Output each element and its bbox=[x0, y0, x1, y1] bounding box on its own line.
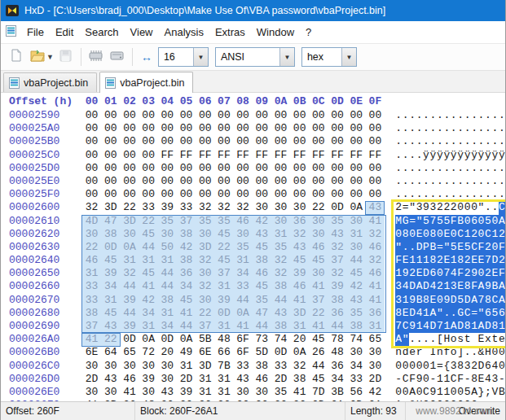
hex-byte[interactable]: 32 bbox=[290, 228, 309, 241]
hex-byte[interactable]: 78 bbox=[328, 333, 346, 346]
ascii-char[interactable]: . bbox=[477, 188, 484, 201]
hex-byte[interactable]: 0A bbox=[177, 333, 196, 346]
hex-byte[interactable]: 32 bbox=[366, 254, 385, 267]
ascii-char[interactable]: . bbox=[499, 188, 505, 201]
tab-vbaproject-1[interactable]: vbaProject.bin bbox=[3, 72, 97, 92]
hex-byte[interactable]: 30 bbox=[309, 267, 328, 280]
ascii-char[interactable]: = bbox=[437, 241, 443, 254]
hex-byte[interactable]: 22 bbox=[309, 201, 328, 214]
ascii-char[interactable]: ÿ bbox=[477, 149, 484, 162]
hex-byte[interactable]: 00 bbox=[309, 175, 328, 188]
ascii-char[interactable]: d bbox=[402, 346, 408, 359]
ascii-char[interactable]: 5 bbox=[464, 386, 470, 399]
ascii-char[interactable]: 0 bbox=[409, 360, 416, 373]
ascii-char[interactable]: . bbox=[402, 109, 408, 122]
open-ram-button[interactable] bbox=[86, 47, 106, 67]
hex-byte[interactable]: 45 bbox=[347, 267, 366, 280]
hex-byte[interactable]: 00 bbox=[82, 135, 101, 148]
hex-byte[interactable]: FF bbox=[158, 149, 177, 162]
hex-byte[interactable]: 46 bbox=[366, 267, 385, 280]
ascii-char[interactable]: D bbox=[429, 320, 436, 333]
ascii-char[interactable]: ÿ bbox=[423, 149, 429, 162]
hex-byte[interactable]: 42 bbox=[253, 215, 271, 228]
ascii-char[interactable]: 3 bbox=[451, 280, 457, 293]
ascii-char[interactable]: . bbox=[409, 122, 416, 135]
hex-byte[interactable]: 45 bbox=[309, 254, 328, 267]
ascii-char[interactable]: C bbox=[485, 228, 491, 241]
ascii-char[interactable]: 0 bbox=[499, 346, 505, 359]
hex-byte[interactable]: 00 bbox=[120, 122, 139, 135]
chevron-down-icon[interactable]: ▼ bbox=[193, 48, 208, 66]
hex-byte[interactable]: 00 bbox=[234, 175, 253, 188]
hex-byte[interactable]: 3D bbox=[290, 307, 309, 320]
hex-byte[interactable]: 5B bbox=[196, 333, 214, 346]
ascii-char[interactable]: C bbox=[451, 373, 457, 386]
ascii-char[interactable]: E bbox=[491, 267, 498, 280]
hex-byte[interactable]: 00 bbox=[271, 109, 290, 122]
ascii-char[interactable]: D bbox=[423, 280, 429, 293]
hex-byte[interactable]: 30 bbox=[120, 228, 139, 241]
ascii-char[interactable]: F bbox=[409, 373, 416, 386]
hex-byte[interactable]: 34 bbox=[158, 320, 177, 333]
hex-byte[interactable]: 30 bbox=[196, 294, 214, 307]
ascii-char[interactable]: 0 bbox=[457, 386, 464, 399]
ascii-char[interactable]: " bbox=[409, 201, 416, 214]
ascii-char[interactable]: ÿ bbox=[464, 149, 470, 162]
hex-byte[interactable]: 35 bbox=[234, 241, 253, 254]
ascii-char[interactable]: . bbox=[499, 175, 505, 188]
ascii-char[interactable]: E bbox=[429, 294, 436, 307]
ascii-char[interactable]: . bbox=[409, 175, 416, 188]
ascii-char[interactable]: 8 bbox=[485, 294, 491, 307]
hex-byte[interactable]: 00 bbox=[347, 109, 366, 122]
hex-byte[interactable]: 3D bbox=[101, 201, 120, 214]
ascii-char[interactable]: D bbox=[477, 360, 484, 373]
hex-byte[interactable]: 30 bbox=[82, 360, 101, 373]
ascii-char[interactable]: E bbox=[471, 254, 477, 267]
ascii-char[interactable]: 1 bbox=[443, 373, 450, 386]
ascii-char[interactable]: 8 bbox=[457, 360, 464, 373]
hex-byte[interactable]: 35 bbox=[158, 215, 177, 228]
hex-byte[interactable]: 20 bbox=[158, 346, 177, 359]
hex-byte[interactable]: FF bbox=[196, 149, 214, 162]
ascii-char[interactable]: E bbox=[402, 254, 408, 267]
ascii-char[interactable]: . bbox=[416, 149, 422, 162]
hex-byte[interactable]: 38 bbox=[271, 280, 290, 293]
ascii-char[interactable]: . bbox=[409, 149, 416, 162]
hex-byte[interactable]: 39 bbox=[120, 320, 139, 333]
ascii-char[interactable]: 0 bbox=[423, 228, 429, 241]
hex-byte[interactable]: 00 bbox=[328, 135, 346, 148]
hex-byte[interactable]: 00 bbox=[253, 162, 271, 175]
hex-byte[interactable]: 00 bbox=[120, 188, 139, 201]
hex-byte[interactable]: 30 bbox=[253, 201, 271, 214]
ascii-char[interactable]: 2 bbox=[499, 254, 505, 267]
ascii-char[interactable]: 2 bbox=[451, 201, 457, 214]
ascii-char[interactable]: . bbox=[477, 122, 484, 135]
hex-byte[interactable]: 30 bbox=[82, 386, 101, 399]
ascii-char[interactable]: B bbox=[457, 215, 464, 228]
ascii-char[interactable]: 8 bbox=[464, 320, 470, 333]
hex-byte[interactable]: 30 bbox=[139, 386, 158, 399]
ascii-char[interactable]: 3 bbox=[395, 280, 402, 293]
ascii-char[interactable]: . bbox=[402, 241, 408, 254]
ascii-char[interactable]: 6 bbox=[429, 267, 436, 280]
hex-byte[interactable]: 00 bbox=[366, 188, 385, 201]
ascii-char[interactable]: . bbox=[395, 135, 402, 148]
hex-byte[interactable]: 33 bbox=[234, 360, 253, 373]
hex-byte[interactable]: 32 bbox=[120, 267, 139, 280]
ascii-char[interactable]: E bbox=[416, 228, 422, 241]
hex-byte[interactable]: 00 bbox=[366, 162, 385, 175]
hex-byte[interactable]: 38 bbox=[101, 228, 120, 241]
hex-byte[interactable]: 47 bbox=[101, 215, 120, 228]
hex-byte[interactable]: 74 bbox=[347, 333, 366, 346]
ascii-char[interactable]: 0 bbox=[423, 373, 429, 386]
ascii-char[interactable]: 1 bbox=[429, 360, 436, 373]
ascii-char[interactable]: B bbox=[429, 241, 436, 254]
ascii-char[interactable]: 2 bbox=[471, 228, 477, 241]
ascii-char[interactable]: o bbox=[451, 333, 457, 346]
ascii-char[interactable]: E bbox=[443, 254, 450, 267]
hex-byte[interactable]: 32 bbox=[271, 254, 290, 267]
ascii-char[interactable]: 0 bbox=[395, 228, 402, 241]
hex-byte[interactable]: 00 bbox=[366, 175, 385, 188]
hex-byte[interactable]: 48 bbox=[328, 346, 346, 359]
hex-byte[interactable]: 22 bbox=[82, 241, 101, 254]
